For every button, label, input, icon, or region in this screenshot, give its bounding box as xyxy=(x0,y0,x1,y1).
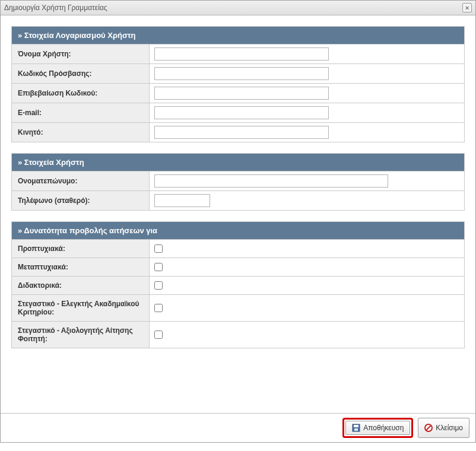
dialog-content: » Στοιχεία Λογαριασμού Χρήστη Όνομα Χρήσ… xyxy=(1,15,475,413)
undergrad-checkbox[interactable] xyxy=(154,244,163,253)
svg-rect-2 xyxy=(354,428,358,431)
label-fullname: Ονοματεπώνυμο: xyxy=(12,171,150,190)
label-email: E-mail: xyxy=(12,103,150,122)
fullname-input[interactable] xyxy=(154,174,388,188)
row-phd: Διδακτορικά: xyxy=(12,276,464,294)
housing-evaluator-checkbox[interactable] xyxy=(154,331,163,339)
password-confirm-input[interactable] xyxy=(154,87,329,100)
close-button-label: Κλείσιμο xyxy=(436,424,463,432)
cell-phone xyxy=(150,191,464,210)
dialog-window: Δημιουργία Χρήστη Γραμματείας ✕ » Στοιχε… xyxy=(0,0,476,443)
label-postgrad: Μεταπτυχιακά: xyxy=(12,258,150,276)
row-housing-evaluator: Στεγαστικό - Αξιολογητής Αίτησης Φοιτητή… xyxy=(12,321,464,348)
password-input[interactable] xyxy=(154,67,329,80)
section-account: » Στοιχεία Λογαριασμού Χρήστη Όνομα Χρήσ… xyxy=(11,26,465,142)
cell-phd xyxy=(150,277,464,294)
cell-mobile xyxy=(150,123,464,142)
cell-password-confirm xyxy=(150,84,464,103)
label-housing-evaluator: Στεγαστικό - Αξιολογητής Αίτησης Φοιτητή… xyxy=(12,322,150,348)
window-close-button[interactable]: ✕ xyxy=(462,3,472,12)
username-input[interactable] xyxy=(154,47,329,61)
cell-email xyxy=(150,103,464,122)
email-input[interactable] xyxy=(154,106,329,119)
section-user: » Στοιχεία Χρήστη Ονοματεπώνυμο: Τηλέφων… xyxy=(11,153,465,211)
dialog-footer: Αποθήκευση Κλείσιμο xyxy=(1,413,475,442)
row-postgrad: Μεταπτυχιακά: xyxy=(12,258,464,276)
row-password-confirm: Επιβεβαίωση Κωδικού: xyxy=(12,83,464,103)
save-button-highlight: Αποθήκευση xyxy=(342,418,413,438)
save-button-label: Αποθήκευση xyxy=(363,424,404,432)
label-username: Όνομα Χρήστη: xyxy=(12,45,150,63)
cell-username xyxy=(150,45,464,63)
label-phone: Τηλέφωνο (σταθερό): xyxy=(12,191,150,210)
cell-undergrad xyxy=(150,240,464,258)
save-button[interactable]: Αποθήκευση xyxy=(345,421,410,435)
section-view-permissions: » Δυνατότητα προβολής αιτήσεων για Προπτ… xyxy=(11,221,465,348)
row-password: Κωδικός Πρόσβασης: xyxy=(12,63,464,83)
cell-fullname xyxy=(150,171,464,190)
phd-checkbox[interactable] xyxy=(154,281,163,290)
row-undergrad: Προπτυχιακά: xyxy=(12,239,464,258)
cell-housing-academic xyxy=(150,295,464,321)
postgrad-checkbox[interactable] xyxy=(154,263,163,271)
housing-academic-checkbox[interactable] xyxy=(154,304,163,312)
cell-password xyxy=(150,64,464,83)
window-title: Δημιουργία Χρήστη Γραμματείας xyxy=(4,4,107,12)
close-icon: ✕ xyxy=(465,5,469,11)
label-password-confirm: Επιβεβαίωση Κωδικού: xyxy=(12,84,150,103)
section-user-header: » Στοιχεία Χρήστη xyxy=(12,154,464,171)
row-phone: Τηλέφωνο (σταθερό): xyxy=(12,190,464,210)
row-housing-academic: Στεγαστικό - Ελεγκτής Ακαδημαϊκού Κριτηρ… xyxy=(12,294,464,321)
section-view-header: » Δυνατότητα προβολής αιτήσεων για xyxy=(12,222,464,239)
mobile-input[interactable] xyxy=(154,126,329,139)
save-icon xyxy=(352,424,360,432)
section-account-header: » Στοιχεία Λογαριασμού Χρήστη xyxy=(12,27,464,44)
label-mobile: Κινητό: xyxy=(12,123,150,142)
row-username: Όνομα Χρήστη: xyxy=(12,44,464,63)
row-fullname: Ονοματεπώνυμο: xyxy=(12,171,464,190)
label-password: Κωδικός Πρόσβασης: xyxy=(12,64,150,83)
row-email: E-mail: xyxy=(12,103,464,122)
label-phd: Διδακτορικά: xyxy=(12,277,150,294)
close-button[interactable]: Κλείσιμο xyxy=(418,418,469,438)
cancel-icon xyxy=(424,424,433,432)
label-undergrad: Προπτυχιακά: xyxy=(12,240,150,258)
svg-rect-1 xyxy=(354,425,358,427)
row-mobile: Κινητό: xyxy=(12,122,464,142)
label-housing-academic: Στεγαστικό - Ελεγκτής Ακαδημαϊκού Κριτηρ… xyxy=(12,295,150,321)
titlebar: Δημιουργία Χρήστη Γραμματείας ✕ xyxy=(1,1,475,15)
cell-housing-evaluator xyxy=(150,322,464,348)
cell-postgrad xyxy=(150,258,464,276)
phone-input[interactable] xyxy=(154,194,210,207)
